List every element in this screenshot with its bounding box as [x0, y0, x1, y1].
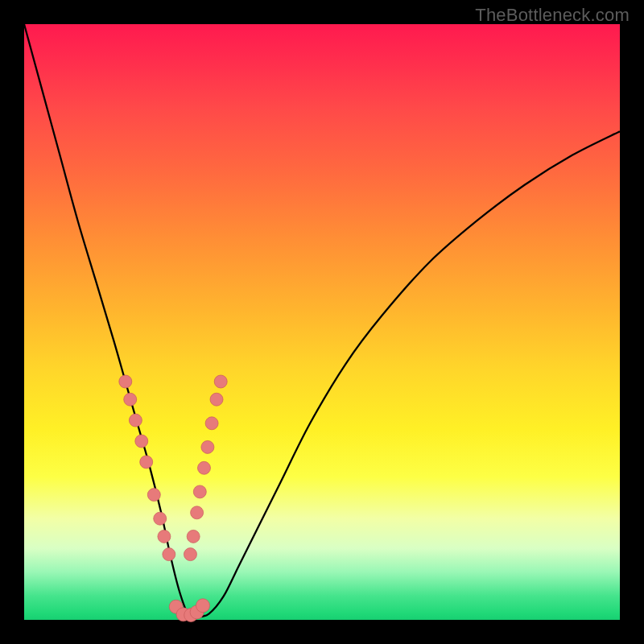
data-dot	[187, 530, 200, 543]
data-dot	[214, 375, 227, 388]
data-dot	[205, 417, 218, 430]
data-dot	[129, 414, 142, 427]
bottleneck-curve	[24, 24, 620, 620]
watermark-text: TheBottleneck.com	[475, 5, 630, 26]
data-dot	[124, 393, 137, 406]
data-dot	[193, 485, 206, 498]
data-dot	[191, 506, 204, 519]
data-dot	[196, 599, 210, 613]
data-dot	[158, 530, 171, 543]
data-dot	[119, 375, 132, 388]
data-dot	[154, 512, 167, 525]
data-dot	[197, 461, 210, 474]
data-dot	[163, 548, 175, 561]
chart-frame: TheBottleneck.com	[0, 0, 644, 644]
data-dot	[210, 393, 223, 406]
plot-area	[24, 24, 620, 620]
data-dot	[184, 548, 196, 561]
curve-path	[24, 24, 620, 617]
data-dot	[135, 435, 148, 448]
data-dot	[147, 489, 160, 502]
data-dot	[140, 456, 153, 469]
data-dot	[201, 440, 214, 453]
